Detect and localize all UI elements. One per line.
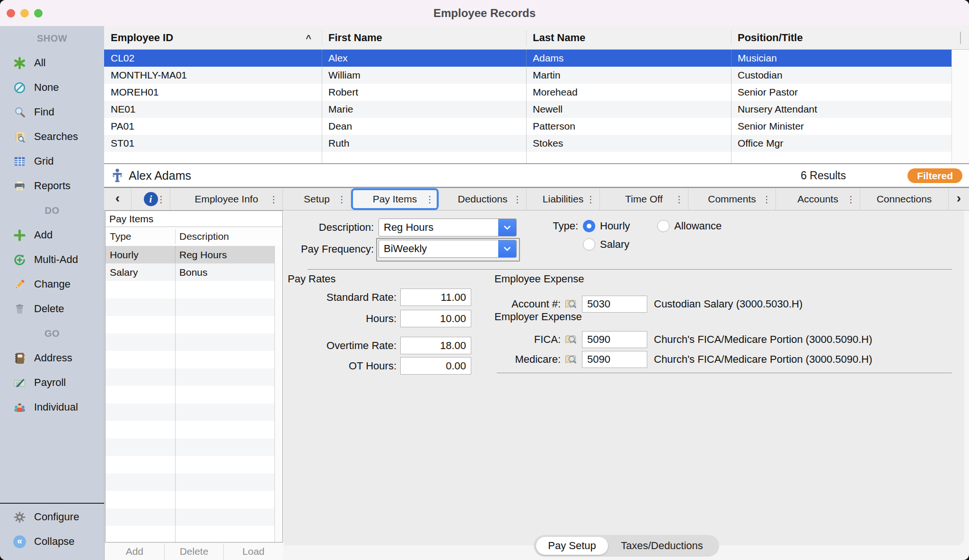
tab-connections[interactable]: Connections (860, 188, 949, 210)
ot-hours-input[interactable] (400, 357, 471, 375)
tab-menu-dots-icon[interactable]: ⋮ (846, 194, 855, 205)
tab-menu-dots-icon[interactable]: ⋮ (762, 194, 771, 205)
radio-hourly-label[interactable]: Hourly (600, 217, 630, 235)
table-row[interactable]: MONTHLY-MA01 William Martin Custodian (104, 67, 951, 84)
fica-lookup-icon[interactable] (564, 333, 577, 346)
cell-first-name: Marie (322, 101, 526, 118)
overtime-rate-input[interactable] (400, 337, 471, 354)
sidebar-divider (0, 503, 104, 504)
tab-menu-dots-icon[interactable]: ⋮ (157, 194, 166, 205)
load-pay-item-button[interactable]: Load (224, 543, 283, 560)
sidebar-item-find[interactable]: Find (0, 100, 104, 124)
dropdown-chevron-icon[interactable] (498, 219, 516, 236)
sidebar-item-address[interactable]: Address (0, 346, 104, 370)
column-separator (322, 50, 322, 163)
tab-deductions[interactable]: Deductions ⋮ (439, 188, 527, 210)
sidebar-item-change[interactable]: Change (0, 272, 104, 297)
pay-items-scrollbar[interactable] (274, 246, 282, 542)
pay-items-panel-title: Pay Items (106, 211, 282, 227)
sidebar-item-collapse[interactable]: « Collapse (0, 529, 104, 554)
tab-accounts[interactable]: Accounts ⋮ (776, 188, 860, 210)
tab-menu-dots-icon[interactable]: ⋮ (425, 194, 434, 205)
sidebar-item-grid[interactable]: Grid (0, 149, 104, 174)
table-row[interactable]: PA01 Dean Patterson Senior Minister (104, 118, 951, 135)
column-header-first-name[interactable]: First Name (322, 26, 526, 49)
grid-table-icon (13, 155, 26, 168)
table-row[interactable]: NE01 Marie Newell Nursery Attendant (104, 101, 951, 118)
pay-item-row[interactable]: Salary Bonus (106, 263, 282, 281)
employee-records-window: Employee Records SHOW All None Find Sear… (0, 0, 969, 560)
dropdown-chevron-icon[interactable] (498, 240, 516, 257)
radio-allowance-label[interactable]: Allowance (674, 217, 722, 235)
tab-time-off[interactable]: Time Off ⋮ (600, 188, 688, 210)
sidebar-item-individual[interactable]: Individual (0, 395, 104, 420)
tab-setup[interactable]: Setup ⋮ (283, 188, 351, 210)
taxes-deductions-tab[interactable]: Taxes/Deductions (609, 537, 714, 555)
description-dropdown[interactable]: Reg Hours (379, 219, 517, 236)
column-header-position-title[interactable]: Position/Title (731, 26, 951, 49)
tab-info[interactable]: i ⋮ (132, 188, 170, 210)
table-vertical-scrollbar[interactable] (951, 50, 969, 163)
pay-items-column-description[interactable]: Description (179, 227, 229, 246)
tab-menu-dots-icon[interactable]: ⋮ (337, 194, 346, 205)
fica-account-input[interactable] (582, 331, 647, 348)
column-header-employee-id[interactable]: Employee ID ^ (104, 26, 322, 49)
tab-pay-items[interactable]: Pay Items ⋮ (351, 188, 439, 210)
tab-employee-info[interactable]: Employee Info ⋮ (170, 188, 283, 210)
table-row[interactable]: MOREH01 Robert Morehead Senior Pastor (104, 84, 951, 101)
sidebar-item-add[interactable]: Add (0, 223, 104, 247)
filtered-badge[interactable]: Filtered (907, 168, 962, 183)
tab-menu-dots-icon[interactable]: ⋮ (513, 194, 522, 205)
sort-ascending-icon[interactable]: ^ (306, 27, 311, 50)
tab-menu-dots-icon[interactable]: ⋮ (586, 194, 595, 205)
medicare-lookup-icon[interactable] (564, 353, 577, 366)
sidebar-item-payroll[interactable]: Payroll (0, 370, 104, 395)
pay-items-column-type[interactable]: Type (110, 227, 132, 246)
column-header-last-name[interactable]: Last Name (526, 26, 731, 49)
medicare-label: Medicare: (473, 351, 561, 368)
pay-frequency-dropdown[interactable]: BiWeekly (379, 240, 517, 258)
description-value: Reg Hours (379, 219, 498, 236)
asterisk-icon (13, 57, 26, 70)
table-row[interactable]: ST01 Ruth Stokes Office Mgr (104, 135, 951, 152)
cell-employee-id: MOREH01 (104, 84, 322, 101)
radio-hourly[interactable] (583, 220, 595, 232)
hours-input[interactable] (400, 310, 471, 327)
pay-item-detail-panel: Description: Reg Hours Pay Frequency: Bi… (284, 210, 964, 545)
radio-allowance[interactable] (657, 220, 669, 232)
scrollbar-grip[interactable] (960, 32, 961, 44)
tab-menu-dots-icon[interactable]: ⋮ (675, 194, 684, 205)
sidebar-item-label: Add (34, 229, 53, 241)
tab-label: Comments (708, 193, 756, 205)
account-number-input[interactable] (582, 296, 647, 313)
tab-comments[interactable]: Comments ⋮ (688, 188, 776, 210)
sidebar-item-reports[interactable]: Reports (0, 174, 104, 198)
pay-item-row-selected[interactable]: Hourly Reg Hours (106, 246, 282, 263)
add-pay-item-button[interactable]: Add (105, 543, 165, 560)
tabs-scroll-forward-button[interactable]: › (949, 188, 969, 210)
pay-item-type: Salary (106, 263, 175, 281)
sidebar-section-do: DO (0, 198, 104, 223)
cell-employee-id: PA01 (104, 118, 322, 135)
tab-menu-dots-icon[interactable]: ⋮ (269, 194, 278, 205)
tabs-scroll-back-button[interactable]: ‹ (104, 188, 132, 210)
tab-liabilities[interactable]: Liabilities ⋮ (527, 188, 600, 210)
sidebar-item-none[interactable]: None (0, 75, 104, 100)
table-row-selected[interactable]: CL02 Alex Adams Musician (104, 50, 951, 67)
radio-salary[interactable] (583, 238, 595, 251)
sidebar-item-all[interactable]: All (0, 51, 104, 75)
account-description: Custodian Salary (3000.5030.H) (654, 296, 802, 313)
sidebar-item-multi-add[interactable]: Multi-Add (0, 247, 104, 272)
pay-setup-tab[interactable]: Pay Setup (536, 537, 608, 555)
sidebar-item-searches[interactable]: Searches (0, 124, 104, 149)
cell-last-name: Adams (526, 50, 731, 67)
sidebar-item-delete[interactable]: Delete (0, 297, 104, 321)
pay-item-description: Bonus (175, 263, 208, 281)
sidebar-item-configure[interactable]: Configure (0, 505, 104, 529)
account-lookup-icon[interactable] (564, 298, 577, 311)
standard-rate-input[interactable] (400, 289, 471, 306)
cell-first-name: Ruth (322, 135, 526, 152)
medicare-account-input[interactable] (582, 351, 647, 368)
radio-salary-label[interactable]: Salary (600, 236, 629, 254)
delete-pay-item-button[interactable]: Delete (165, 543, 224, 560)
